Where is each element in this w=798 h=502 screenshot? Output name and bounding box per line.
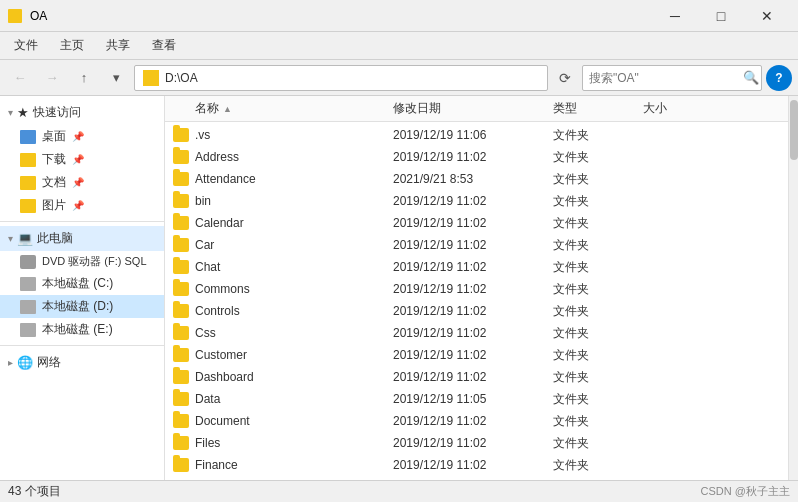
- col-header-date[interactable]: 修改日期: [393, 100, 553, 117]
- file-date: 2019/12/19 11:02: [393, 260, 553, 274]
- help-button[interactable]: ?: [766, 65, 792, 91]
- file-date: 2019/12/19 11:02: [393, 216, 553, 230]
- quick-access-header[interactable]: ▾ ★ 快速访问: [0, 100, 164, 125]
- table-row[interactable]: Files 2019/12/19 11:02 文件夹: [165, 432, 788, 454]
- menu-home[interactable]: 主页: [50, 33, 94, 58]
- network-chevron: ▸: [8, 357, 13, 368]
- maximize-button[interactable]: □: [698, 0, 744, 32]
- back-button[interactable]: ←: [6, 64, 34, 92]
- dvd-icon: [20, 255, 36, 269]
- file-name-cell: Controls: [173, 304, 393, 318]
- menu-file[interactable]: 文件: [4, 33, 48, 58]
- title-controls: ─ □ ✕: [652, 0, 790, 32]
- file-name: Address: [195, 150, 239, 164]
- table-row[interactable]: Finance 2019/12/19 11:02 文件夹: [165, 454, 788, 476]
- sidebar-divider-2: [0, 345, 164, 346]
- menu-bar: 文件 主页 共享 查看: [0, 32, 798, 60]
- sort-arrow: ▲: [223, 104, 232, 114]
- sidebar-item-downloads[interactable]: 下载 📌: [0, 148, 164, 171]
- file-name-cell: Calendar: [173, 216, 393, 230]
- table-row[interactable]: Css 2019/12/19 11:02 文件夹: [165, 322, 788, 344]
- this-pc-header[interactable]: ▾ 💻 此电脑: [0, 226, 164, 251]
- pictures-icon: [20, 199, 36, 213]
- file-date: 2019/12/19 11:02: [393, 370, 553, 384]
- network-header[interactable]: ▸ 🌐 网络: [0, 350, 164, 375]
- sidebar-item-documents[interactable]: 文档 📌: [0, 171, 164, 194]
- address-bar[interactable]: D:\OA: [134, 65, 548, 91]
- file-name: Attendance: [195, 172, 256, 186]
- up-button[interactable]: ↑: [70, 64, 98, 92]
- file-type: 文件夹: [553, 347, 643, 364]
- sidebar-item-e[interactable]: 本地磁盘 (E:): [0, 318, 164, 341]
- sidebar-item-d[interactable]: 本地磁盘 (D:): [0, 295, 164, 318]
- menu-view[interactable]: 查看: [142, 33, 186, 58]
- folder-icon: [173, 392, 189, 406]
- sidebar-documents-label: 文档: [42, 174, 66, 191]
- sidebar-item-desktop[interactable]: 桌面 📌: [0, 125, 164, 148]
- table-row[interactable]: Chat 2019/12/19 11:02 文件夹: [165, 256, 788, 278]
- file-name: Car: [195, 238, 214, 252]
- table-row[interactable]: Attendance 2021/9/21 8:53 文件夹: [165, 168, 788, 190]
- sidebar-item-dvd[interactable]: DVD 驱动器 (F:) SQL: [0, 251, 164, 272]
- file-type: 文件夹: [553, 457, 643, 474]
- table-row[interactable]: .vs 2019/12/19 11:06 文件夹: [165, 124, 788, 146]
- forward-button[interactable]: →: [38, 64, 66, 92]
- desktop-icon: [20, 130, 36, 144]
- file-type: 文件夹: [553, 193, 643, 210]
- recent-button[interactable]: ▾: [102, 64, 130, 92]
- file-name-cell: bin: [173, 194, 393, 208]
- folder-icon: [173, 282, 189, 296]
- status-count: 43 个项目: [8, 483, 61, 500]
- col-header-type[interactable]: 类型: [553, 100, 643, 117]
- minimize-button[interactable]: ─: [652, 0, 698, 32]
- sidebar-pictures-label: 图片: [42, 197, 66, 214]
- drive-e-icon: [20, 323, 36, 337]
- table-row[interactable]: Calendar 2019/12/19 11:02 文件夹: [165, 212, 788, 234]
- table-row[interactable]: Car 2019/12/19 11:02 文件夹: [165, 234, 788, 256]
- table-row[interactable]: Controls 2019/12/19 11:02 文件夹: [165, 300, 788, 322]
- refresh-button[interactable]: ⟳: [552, 65, 578, 91]
- file-name: Controls: [195, 304, 240, 318]
- col-header-name[interactable]: 名称 ▲: [173, 100, 393, 117]
- sidebar-c-label: 本地磁盘 (C:): [42, 275, 113, 292]
- sidebar-item-pictures[interactable]: 图片 📌: [0, 194, 164, 217]
- folder-icon: [173, 238, 189, 252]
- table-row[interactable]: Customer 2019/12/19 11:02 文件夹: [165, 344, 788, 366]
- file-name: Dashboard: [195, 370, 254, 384]
- file-type: 文件夹: [553, 281, 643, 298]
- scrollbar[interactable]: [788, 96, 798, 480]
- file-type: 文件夹: [553, 171, 643, 188]
- file-name: Customer: [195, 348, 247, 362]
- table-row[interactable]: Dashboard 2019/12/19 11:02 文件夹: [165, 366, 788, 388]
- folder-icon: [173, 172, 189, 186]
- search-bar[interactable]: 🔍: [582, 65, 762, 91]
- menu-share[interactable]: 共享: [96, 33, 140, 58]
- file-name-cell: Document: [173, 414, 393, 428]
- folder-icon: [173, 194, 189, 208]
- sidebar-divider-1: [0, 221, 164, 222]
- drive-d-icon: [20, 300, 36, 314]
- table-row[interactable]: Data 2019/12/19 11:05 文件夹: [165, 388, 788, 410]
- breadcrumb-folder-icon: [143, 70, 159, 86]
- table-row[interactable]: Address 2019/12/19 11:02 文件夹: [165, 146, 788, 168]
- close-button[interactable]: ✕: [744, 0, 790, 32]
- col-header-size[interactable]: 大小: [643, 100, 703, 117]
- title-folder-icon: [8, 9, 22, 23]
- scrollbar-thumb[interactable]: [790, 100, 798, 160]
- file-date: 2019/12/19 11:06: [393, 128, 553, 142]
- main-content: ▾ ★ 快速访问 桌面 📌 下载 📌 文档 📌 图片 📌 ▾ 💻: [0, 96, 798, 480]
- file-date: 2019/12/19 11:05: [393, 392, 553, 406]
- file-name: Files: [195, 436, 220, 450]
- sidebar-item-c[interactable]: 本地磁盘 (C:): [0, 272, 164, 295]
- table-row[interactable]: Commons 2019/12/19 11:02 文件夹: [165, 278, 788, 300]
- file-name: Calendar: [195, 216, 244, 230]
- file-name-cell: Commons: [173, 282, 393, 296]
- search-input[interactable]: [589, 71, 739, 85]
- quick-access-label: 快速访问: [33, 104, 81, 121]
- file-date: 2019/12/19 11:02: [393, 282, 553, 296]
- table-row[interactable]: Document 2019/12/19 11:02 文件夹: [165, 410, 788, 432]
- table-row[interactable]: bin 2019/12/19 11:02 文件夹: [165, 190, 788, 212]
- folder-icon: [173, 370, 189, 384]
- pin-icon-pictures: 📌: [72, 200, 84, 211]
- file-name-cell: Data: [173, 392, 393, 406]
